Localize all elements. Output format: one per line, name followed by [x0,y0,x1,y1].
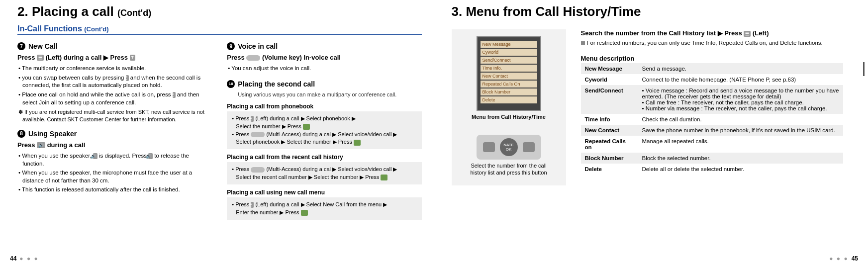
i1d: Enter the number [236,209,278,215]
cell-key: Send/Connect [581,85,638,114]
s8-instr: Press 🔊 during a call [17,141,212,150]
sb: Press [724,29,742,37]
s8-b1a: When you use the speaker, [22,153,91,159]
s10-sub: Using various ways you can make a multip… [238,91,421,98]
i1b: (Left) during a call [255,201,299,207]
title-contd: (Cont'd) [117,8,151,18]
cell-key: New Message [581,63,638,74]
cell-key: Block Number [581,153,638,164]
left-col1: 7 New Call Press ☰ (Left) during a call … [17,39,212,223]
left-columns: 7 New Call Press ☰ (Left) during a call … [17,39,422,223]
s10-sec3: Placing a call using new call menu [227,188,421,196]
s7-title: New Call [28,42,57,51]
cell-val: Block the selected number. [638,153,844,164]
menu-key-icon: ☰ [251,202,254,208]
g2e: Select the number [287,139,331,145]
g1a: Press [235,115,249,121]
btn-caption1: Select the number from the call [457,163,561,169]
menu-desc-title: Menu description [581,55,844,62]
sub-contd: (Cont'd) [84,25,108,33]
side-bar-icon [863,62,865,76]
phone-menu-item: New Message [481,41,537,48]
g1: Press ☰ (Left) during a call ▶ Select ph… [231,115,417,122]
s10-title: Placing the second call [238,80,315,89]
phone-menu-item: Time Info. [481,65,537,72]
s7-ic: Press [110,54,128,61]
table-row: New MessageSend a message. [581,63,844,74]
phone-menu-item: Repeated Calls On [481,81,537,88]
s7-note: If you are not registered multi-call ser… [17,108,212,123]
right-row: New Message Cyworld Send/Connect Time In… [452,29,844,185]
h1-cont: Select the recent call number ▶ Select t… [231,174,417,181]
s9-ia: Press [227,54,244,61]
menu-key-icon: ☰ [744,31,751,37]
num-7-icon: 7 [17,42,25,50]
btn-caption2: history list and press this button [457,170,561,176]
s10-box2: Press (Multi-Access) during a cal ▶ Sele… [227,162,421,184]
call-key-icon [303,124,310,130]
table-row: Block NumberBlock the selected number. [581,153,844,164]
num-10-icon: 10 [227,80,235,88]
restrict-note: For restricted numbers, you can only use… [581,40,844,46]
speaker-key-icon: 🔊 [37,142,45,148]
s7-ia: Press [17,54,35,61]
page-num-right: 45 [852,255,858,262]
dots-icon: ● ● ● [829,255,848,262]
s9-title: Voice in call [238,42,278,51]
s8-b1: When you use the speaker, 🔊 is displayed… [17,152,212,168]
call-key-icon [381,175,387,180]
h1c: Select voice/video call [338,166,391,172]
s7-head: 7 New Call [17,42,212,51]
num-8-icon: 8 [17,130,25,138]
s8-b1b: is displayed. Press [99,153,147,159]
arrow-icon: ▶ [103,54,110,61]
call-key-icon [354,140,361,146]
speaker-icon: 🔊 [93,153,97,159]
ok-button-icon: NATEOK [500,138,518,156]
square-icon [581,41,585,45]
left-col2: 9 Voice in call Press (Volume key) In-vo… [227,39,421,223]
h1: Press (Multi-Access) during a cal ▶ Sele… [231,166,417,173]
s7-b3: Place one call on hold and while the act… [17,91,212,106]
h1f: Press [365,174,379,180]
i1-cont: Enter the number ▶ Press [231,209,417,216]
s7-ib: (Left) during a call [46,54,102,61]
cell-key: New Contact [581,125,638,136]
s9-ib: (Volume key) In-voice call [262,54,341,61]
phone-screen-icon: New Message Cyworld Send/Connect Time In… [477,36,541,111]
table-row: New ContactSave the phone number in the … [581,125,844,136]
phone-column: New Message Cyworld Send/Connect Time In… [452,29,566,185]
phone-menu-item: New Contact [481,73,537,80]
left-title: 2. Placing a call (Cont'd) [17,4,422,19]
s8-ib: during a call [47,141,86,149]
s8-title: Using Speaker [28,129,77,139]
page-left: 2. Placing a call (Cont'd) In-Call Funct… [5,0,434,265]
call-key-icon [301,210,308,216]
s8-b3: This function is released automatically … [17,186,212,194]
left-softkey-icon [483,142,495,152]
s8-head: 8 Using Speaker [17,129,212,139]
content-column: Search the number from the Call History … [581,29,844,185]
s7-instr: Press ☰ (Left) during a call ▶ Press 7 [17,53,212,62]
search-instr: Search the number from the Call History … [581,29,844,37]
i1: Press ☰ (Left) during a call ▶ Select Ne… [231,201,417,208]
title-text: 2. Placing a call [17,4,114,19]
cell-val: • Voice message : Record and send a voic… [638,85,844,114]
table-row: Time InfoCheck the call duration. [581,114,844,125]
cell-key: Repeated Calls on [581,136,638,153]
menu-desc-table: New MessageSend a message. CyworldConnec… [581,63,844,175]
cell-val: Manage all repeated calls. [638,136,844,153]
table-row: DeleteDelete all or delete the selected … [581,164,844,175]
h1d: Select the recent call number [236,174,306,180]
phone-menu-item: Cyworld [481,49,537,56]
sc: (Left) [753,29,769,37]
page-right: 3. Menu from Call History/Time New Messa… [434,0,864,265]
h1e: Select the number [314,174,358,180]
g1b: (Left) during a call [255,115,299,121]
s10-head: 10 Placing the second call [227,80,421,89]
g2b: (Multi-Access) during a cal [266,131,331,137]
g1e: Press [288,123,301,129]
g1d: Select the number [236,123,280,129]
phone-menu-item: Send/Connect [481,57,537,64]
phone-button-icon: NATEOK [477,135,541,160]
